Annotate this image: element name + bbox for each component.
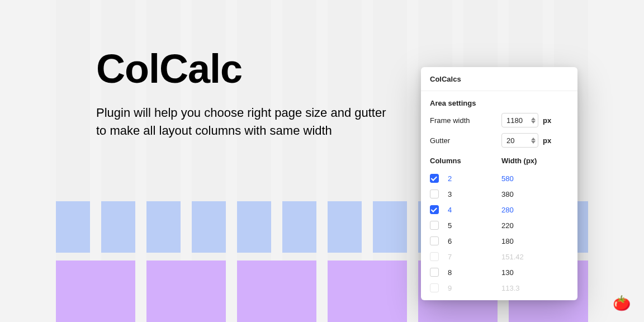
result-columns-value: 6 [448,237,501,245]
result-row[interactable]: 5220 [430,217,569,233]
result-checkbox[interactable] [430,205,439,214]
result-columns-value: 3 [448,190,501,198]
frame-width-label: Frame width [430,116,501,125]
unit-label: px [543,136,551,145]
result-row[interactable]: 2580 [430,171,569,186]
result-row[interactable]: 8130 [430,264,569,280]
result-columns-value: 2 [448,174,501,183]
stepper-icon[interactable] [531,117,536,124]
result-width-value: 151.42 [501,253,524,261]
result-columns-value: 9 [448,284,501,292]
result-columns-value: 5 [448,221,501,230]
result-checkbox[interactable] [430,268,439,277]
results-list: 258033804280522061807151.4281309113.3 [430,171,569,296]
columns-header: Columns [430,157,501,165]
result-width-value: 130 [501,268,514,277]
result-checkbox[interactable] [430,174,439,183]
panel-title: ColCalcs [421,67,577,91]
result-width-value: 180 [501,237,514,245]
gutter-value: 20 [506,136,514,145]
stepper-icon[interactable] [531,138,536,144]
unit-label: px [543,116,551,125]
result-width-value: 380 [501,190,514,198]
result-width-value: 220 [501,221,514,230]
result-row[interactable]: 6180 [430,233,569,249]
area-settings-label: Area settings [430,99,569,107]
result-width-value: 580 [501,174,514,183]
result-row[interactable]: 3380 [430,186,569,202]
result-row[interactable]: 4280 [430,202,569,217]
result-checkbox[interactable] [430,221,439,230]
hero: ColCalc Plugin will help you choose righ… [96,46,392,140]
result-columns-value: 8 [448,268,501,277]
result-checkbox[interactable] [430,252,439,261]
result-row[interactable]: 7151.42 [430,249,569,264]
frame-width-row: Frame width 1180 px [430,113,569,127]
result-checkbox[interactable] [430,190,439,198]
colcalc-panel: ColCalcs Area settings Frame width 1180 … [421,67,577,300]
tomato-icon: 🍅 [613,295,631,312]
hero-subtitle: Plugin will help you choose right page s… [96,104,392,140]
result-columns-value: 4 [448,206,501,214]
width-header: Width (px) [501,157,537,165]
result-width-value: 113.3 [501,284,520,292]
result-width-value: 280 [501,206,514,214]
result-row[interactable]: 9113.3 [430,280,569,296]
results-header: Columns Width (px) [430,157,569,165]
gutter-label: Gutter [430,136,501,145]
gutter-input[interactable]: 20 [501,133,538,148]
gutter-row: Gutter 20 px [430,133,569,148]
hero-title: ColCalc [96,46,392,92]
result-checkbox[interactable] [430,283,439,292]
frame-width-value: 1180 [506,116,523,125]
result-columns-value: 7 [448,253,501,261]
result-checkbox[interactable] [430,236,439,245]
frame-width-input[interactable]: 1180 [501,113,538,127]
